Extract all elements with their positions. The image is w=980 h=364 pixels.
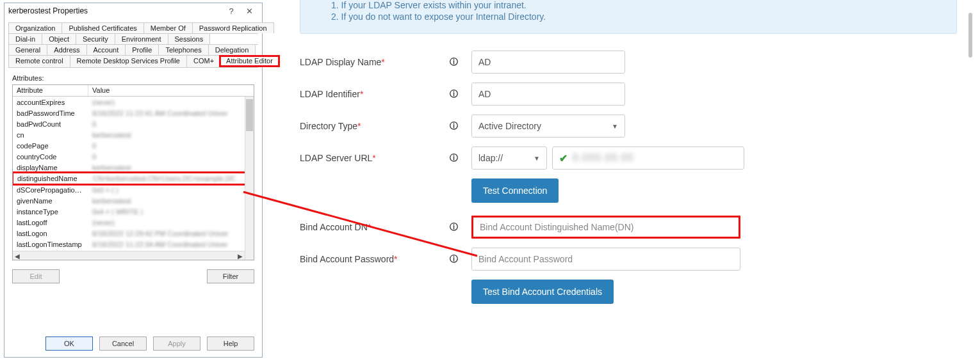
attribute-row-distinguishedName[interactable]: distinguishedNameCN=kerberostest,CN=User… bbox=[12, 171, 254, 186]
window-title: kerberostest Properties bbox=[8, 6, 222, 15]
titlebar: kerberostest Properties ? ✕ bbox=[4, 3, 262, 19]
filter-button[interactable]: Filter bbox=[207, 269, 254, 283]
chevron-down-icon: ▼ bbox=[612, 123, 618, 130]
horizontal-scrollbar[interactable]: ◀ ▶ bbox=[13, 251, 245, 260]
attr-value: (never) bbox=[88, 219, 254, 226]
tab-member-of[interactable]: Member Of bbox=[143, 22, 193, 33]
label-bind-pw: Bind Account Password* bbox=[300, 254, 450, 264]
scroll-right-icon[interactable]: ▶ bbox=[238, 253, 243, 260]
info-icon[interactable] bbox=[450, 56, 471, 68]
vertical-scrollbar[interactable] bbox=[245, 97, 254, 260]
attribute-row-codePage[interactable]: codePage0 bbox=[13, 140, 254, 151]
tab-account[interactable]: Account bbox=[86, 44, 126, 55]
attribute-row-badPasswordTime[interactable]: badPasswordTime6/16/2022 11:22:41 AM Coo… bbox=[13, 107, 254, 118]
tab-delegation[interactable]: Delegation bbox=[208, 44, 256, 55]
attr-value: 6/16/2022 12:29:42 PM Coordinated Univer bbox=[88, 230, 254, 237]
attribute-row-lastLogoff[interactable]: lastLogoff(never) bbox=[13, 217, 254, 228]
edit-button[interactable]: Edit bbox=[12, 269, 60, 283]
attr-value: CN=kerberostest,CN=Users,DC=example,DC bbox=[89, 175, 253, 182]
apply-button[interactable]: Apply bbox=[153, 336, 200, 351]
directory-type-select[interactable]: Active Directory ▼ bbox=[471, 115, 625, 138]
attr-name: badPwdCount bbox=[13, 120, 88, 128]
attribute-row-cn[interactable]: cnkerberostest bbox=[13, 129, 254, 140]
attr-name: givenName bbox=[13, 197, 88, 205]
ldap-display-name-input[interactable] bbox=[471, 51, 625, 74]
attr-name: instanceType bbox=[13, 208, 88, 216]
info-line-1: 1. If your LDAP Server exists within you… bbox=[313, 0, 943, 10]
info-icon[interactable] bbox=[450, 88, 471, 100]
page-scrollbar[interactable] bbox=[967, 0, 974, 364]
attr-name: lastLogon bbox=[13, 230, 88, 237]
tab-sessions[interactable]: Sessions bbox=[168, 33, 211, 44]
attribute-row-lastLogonTimestamp[interactable]: lastLogonTimestamp6/16/2022 11:22:34 AM … bbox=[13, 239, 254, 249]
info-line-2: 2. If you do not want to expose your Int… bbox=[313, 12, 943, 22]
close-button[interactable]: ✕ bbox=[240, 6, 258, 16]
cancel-button[interactable]: Cancel bbox=[99, 336, 147, 351]
bind-account-password-input[interactable] bbox=[471, 248, 740, 271]
attr-name: lastLogonTimestamp bbox=[13, 241, 88, 248]
info-icon[interactable] bbox=[450, 152, 471, 164]
ldap-host-input[interactable]: ✔ 0.000.00.00 bbox=[552, 146, 744, 170]
tab-general[interactable]: General bbox=[8, 44, 47, 55]
scroll-left-icon[interactable]: ◀ bbox=[15, 253, 20, 260]
label-ldap-identifier: LDAP Identifier* bbox=[300, 89, 450, 99]
col-value[interactable]: Value bbox=[88, 85, 254, 96]
tab-published-certificates[interactable]: Published Certificates bbox=[61, 22, 143, 33]
test-bind-credentials-button[interactable]: Test Bind Account Credentials bbox=[471, 280, 614, 304]
tab-password-replication[interactable]: Password Replication bbox=[192, 22, 274, 33]
tab-organization[interactable]: Organization bbox=[8, 22, 62, 33]
tab-security[interactable]: Security bbox=[76, 33, 115, 44]
tab-content: Attributes: Attribute Value accountExpir… bbox=[4, 68, 262, 330]
tab-complus[interactable]: COM+ bbox=[186, 55, 221, 67]
page-scroll-thumb[interactable] bbox=[968, 13, 972, 58]
help-dialog-button[interactable]: Help bbox=[207, 336, 254, 351]
tab-dial-in[interactable]: Dial-in bbox=[8, 33, 42, 44]
attr-name: badPasswordTime bbox=[13, 109, 88, 117]
attr-value: 6/16/2022 11:22:41 AM Coordinated Univer bbox=[88, 109, 254, 117]
attr-value: 0 bbox=[88, 153, 254, 161]
tab-environment[interactable]: Environment bbox=[115, 33, 168, 44]
attr-name: distinguishedName bbox=[13, 175, 89, 182]
scroll-thumb[interactable] bbox=[246, 99, 253, 131]
check-icon: ✔ bbox=[559, 152, 568, 164]
tabstrip: Organization Published Certificates Memb… bbox=[8, 22, 258, 68]
col-attribute[interactable]: Attribute bbox=[13, 85, 88, 96]
ldap-config-form: 1. If your LDAP Server exists within you… bbox=[275, 0, 975, 364]
tab-profile[interactable]: Profile bbox=[125, 44, 159, 55]
attributes-label: Attributes: bbox=[12, 74, 254, 82]
attr-name: lastLogoff bbox=[13, 219, 88, 226]
attribute-row-instanceType[interactable]: instanceType0x4 = ( WRITE ) bbox=[13, 206, 254, 217]
attribute-row-accountExpires[interactable]: accountExpires(never) bbox=[13, 97, 254, 107]
attribute-row-dSCorePropagationD...[interactable]: dSCorePropagationD...0x0 = ( ) bbox=[13, 184, 254, 195]
info-icon[interactable] bbox=[450, 253, 471, 265]
attr-name: accountExpires bbox=[13, 99, 88, 106]
test-connection-button[interactable]: Test Connection bbox=[471, 178, 559, 203]
attribute-row-lastLogon[interactable]: lastLogon6/16/2022 12:29:42 PM Coordinat… bbox=[13, 228, 254, 239]
attribute-row-givenName[interactable]: givenNamekerberostest bbox=[13, 195, 254, 206]
directory-type-selected: Active Directory bbox=[478, 121, 541, 131]
attribute-row-countryCode[interactable]: countryCode0 bbox=[13, 151, 254, 162]
help-button[interactable]: ? bbox=[222, 6, 240, 16]
info-icon[interactable] bbox=[450, 120, 471, 132]
attribute-row-badPwdCount[interactable]: badPwdCount0 bbox=[13, 118, 254, 129]
info-callout: 1. If your LDAP Server exists within you… bbox=[300, 0, 957, 34]
tab-attribute-editor[interactable]: Attribute Editor bbox=[219, 55, 280, 67]
ldap-identifier-input[interactable] bbox=[471, 83, 625, 106]
bind-account-dn-input[interactable] bbox=[471, 216, 740, 239]
label-ldap-server-url: LDAP Server URL* bbox=[300, 153, 450, 163]
tab-object[interactable]: Object bbox=[42, 33, 76, 44]
tab-remote-control[interactable]: Remote control bbox=[8, 55, 70, 67]
properties-dialog: kerberostest Properties ? ✕ Organization… bbox=[4, 3, 263, 358]
attr-value: kerberostest bbox=[88, 197, 254, 205]
attr-name: displayName bbox=[13, 164, 88, 171]
ok-button[interactable]: OK bbox=[45, 336, 93, 351]
attributes-listbox[interactable]: Attribute Value accountExpires(never)bad… bbox=[12, 84, 254, 260]
attribute-row-displayName[interactable]: displayNamekerberostest bbox=[13, 162, 254, 173]
attr-value: kerberostest bbox=[88, 131, 254, 139]
attr-name: dSCorePropagationD... bbox=[13, 186, 88, 194]
tab-rds-profile[interactable]: Remote Desktop Services Profile bbox=[70, 55, 187, 67]
tab-telephones[interactable]: Telephones bbox=[158, 44, 208, 55]
ldap-protocol-select[interactable]: ldap:// ▼ bbox=[471, 146, 547, 170]
info-icon[interactable] bbox=[450, 221, 471, 233]
tab-address[interactable]: Address bbox=[47, 44, 86, 55]
